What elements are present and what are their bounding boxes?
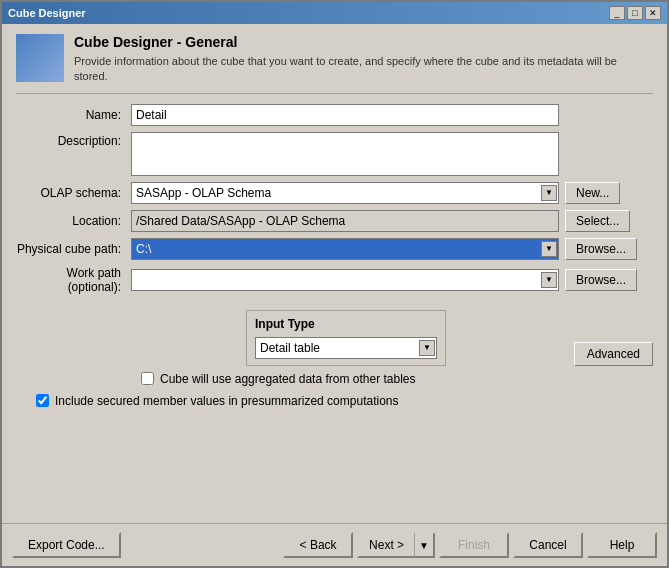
physical-cube-path-label: Physical cube path: — [16, 242, 131, 256]
close-button[interactable]: ✕ — [645, 6, 661, 20]
name-row: Name: — [16, 104, 653, 126]
work-path-row: Work path (optional): ▼ Browse... — [16, 266, 653, 294]
physical-cube-path-select[interactable]: C:\ — [131, 238, 559, 260]
help-button[interactable]: Help — [587, 532, 657, 558]
dialog-content: Cube Designer - General Provide informat… — [2, 24, 667, 523]
select-button[interactable]: Select... — [565, 210, 630, 232]
cancel-button[interactable]: Cancel — [513, 532, 583, 558]
name-input[interactable] — [131, 104, 559, 126]
footer-right: Cancel Help — [513, 532, 657, 558]
next-button[interactable]: Next > — [357, 532, 414, 558]
work-path-select[interactable] — [131, 269, 559, 291]
header-icon — [16, 34, 64, 82]
aggregate-checkbox[interactable] — [141, 372, 154, 385]
title-controls: _ □ ✕ — [609, 6, 661, 20]
name-label: Name: — [16, 108, 131, 122]
olap-schema-label: OLAP schema: — [16, 186, 131, 200]
location-value: /Shared Data/SASApp - OLAP Schema — [131, 210, 559, 232]
secured-label: Include secured member values in presumm… — [55, 394, 399, 408]
header-section: Cube Designer - General Provide informat… — [16, 34, 653, 94]
description-input[interactable] — [131, 132, 559, 176]
footer-left: Export Code... — [12, 532, 279, 558]
next-dropdown-button[interactable]: ▼ — [414, 532, 435, 558]
browse1-button[interactable]: Browse... — [565, 238, 637, 260]
header-text: Cube Designer - General Provide informat… — [74, 34, 653, 85]
input-type-dropdown-row: Detail table Summary table External file… — [255, 337, 437, 359]
dialog-title: Cube Designer - General — [74, 34, 653, 50]
secured-checkbox[interactable] — [36, 394, 49, 407]
browse2-button[interactable]: Browse... — [565, 269, 637, 291]
work-path-label: Work path (optional): — [16, 266, 131, 294]
location-label: Location: — [16, 214, 131, 228]
location-row: Location: /Shared Data/SASApp - OLAP Sch… — [16, 210, 653, 232]
export-code-button[interactable]: Export Code... — [12, 532, 121, 558]
footer-center: < Back Next > ▼ Finish — [283, 532, 509, 558]
finish-button[interactable]: Finish — [439, 532, 509, 558]
footer: Export Code... < Back Next > ▼ Finish Ca… — [2, 523, 667, 566]
secured-checkbox-row: Include secured member values in presumm… — [36, 394, 653, 408]
maximize-button[interactable]: □ — [627, 6, 643, 20]
main-window: Cube Designer _ □ ✕ Cube Designer - Gene… — [0, 0, 669, 568]
description-row: Description: — [16, 132, 653, 176]
title-bar: Cube Designer _ □ ✕ — [2, 2, 667, 24]
minimize-button[interactable]: _ — [609, 6, 625, 20]
input-type-advanced-row: Input Type Detail table Summary table Ex… — [16, 306, 653, 366]
input-type-group-label: Input Type — [255, 317, 437, 331]
input-type-select[interactable]: Detail table Summary table External file — [255, 337, 437, 359]
new-button[interactable]: New... — [565, 182, 620, 204]
aggregate-checkbox-row: Cube will use aggregated data from other… — [141, 372, 653, 386]
back-button[interactable]: < Back — [283, 532, 353, 558]
dialog-description: Provide information about the cube that … — [74, 54, 653, 85]
input-type-group: Input Type Detail table Summary table Ex… — [246, 310, 446, 366]
window-title: Cube Designer — [8, 7, 86, 19]
olap-schema-select[interactable]: SASApp - OLAP Schema — [131, 182, 559, 204]
description-label: Description: — [16, 132, 131, 148]
next-button-group: Next > ▼ — [357, 532, 435, 558]
advanced-button[interactable]: Advanced — [574, 342, 653, 366]
olap-schema-row: OLAP schema: SASApp - OLAP Schema ▼ New.… — [16, 182, 653, 204]
aggregate-label: Cube will use aggregated data from other… — [160, 372, 416, 386]
physical-cube-path-row: Physical cube path: C:\ ▼ Browse... — [16, 238, 653, 260]
